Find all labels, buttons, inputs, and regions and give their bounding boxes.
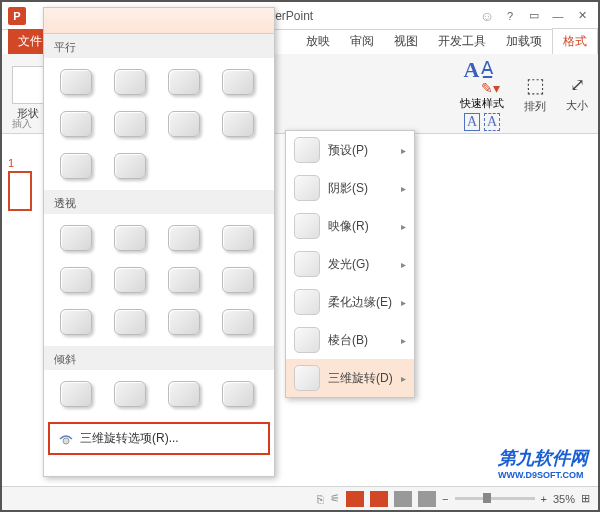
rotation-preset[interactable] <box>162 376 206 412</box>
reflection-icon <box>294 213 320 239</box>
comments-icon[interactable]: ⚟ <box>330 492 340 505</box>
arrange-group[interactable]: ⬚ 排列 <box>524 73 546 114</box>
rotation-preset[interactable] <box>54 262 98 298</box>
sorter-view-button[interactable] <box>370 491 388 507</box>
submenu-label: 阴影(S) <box>328 180 368 197</box>
svg-point-0 <box>63 438 69 444</box>
chevron-right-icon: ▸ <box>401 145 406 156</box>
chevron-right-icon: ▸ <box>401 373 406 384</box>
rotation-options-label: 三维旋转选项(R)... <box>80 430 179 447</box>
slide-panel: 1 <box>8 157 38 211</box>
text-outline-icon[interactable]: ✎▾ <box>481 80 500 96</box>
rotation-preset[interactable] <box>108 376 152 412</box>
smiley-icon[interactable]: ☺ <box>480 8 494 24</box>
soft-edges-icon <box>294 289 320 315</box>
zoom-in-button[interactable]: + <box>541 493 547 505</box>
submenu-label: 预设(P) <box>328 142 368 159</box>
slide-thumbnail[interactable] <box>8 171 32 211</box>
submenu-soft-edges[interactable]: 柔化边缘(E) ▸ <box>286 283 414 321</box>
slideshow-view-button[interactable] <box>418 491 436 507</box>
chevron-right-icon: ▸ <box>401 183 406 194</box>
rotation-preset[interactable] <box>162 64 206 100</box>
quick-styles-label: 快速样式 <box>460 96 504 111</box>
text-effects-more-icon[interactable]: A <box>484 113 500 131</box>
reading-view-button[interactable] <box>394 491 412 507</box>
tab-slideshow[interactable]: 放映 <box>296 29 340 54</box>
normal-view-button[interactable] <box>346 491 364 507</box>
rotation-preset[interactable] <box>216 262 260 298</box>
zoom-slider[interactable] <box>455 497 535 500</box>
bevel-icon <box>294 327 320 353</box>
size-icon: ⤢ <box>570 74 585 96</box>
rotation-preset[interactable] <box>54 148 98 184</box>
submenu-shadow[interactable]: 阴影(S) ▸ <box>286 169 414 207</box>
rotation-preset[interactable] <box>54 304 98 340</box>
chevron-right-icon: ▸ <box>401 297 406 308</box>
rotation-preset[interactable] <box>108 304 152 340</box>
rotation-preset[interactable] <box>108 64 152 100</box>
gallery-section-perspective: 透视 <box>44 190 274 214</box>
slide-number: 1 <box>8 157 38 169</box>
rotation-preset[interactable] <box>54 376 98 412</box>
rotation-preset[interactable] <box>108 220 152 256</box>
rotation-preset[interactable] <box>216 220 260 256</box>
submenu-label: 棱台(B) <box>328 332 368 349</box>
rotation-preset[interactable] <box>108 262 152 298</box>
rotation-preset[interactable] <box>108 148 152 184</box>
rotation-preset[interactable] <box>54 64 98 100</box>
rotation-preset[interactable] <box>54 220 98 256</box>
tab-review[interactable]: 审阅 <box>340 29 384 54</box>
gallery-top-highlight <box>44 8 274 34</box>
rotation-preset[interactable] <box>54 106 98 142</box>
glow-icon <box>294 251 320 277</box>
gallery-section-parallel: 平行 <box>44 34 274 58</box>
rotation-gallery: 平行 透视 倾斜 三维旋转选项(R)... <box>43 7 275 477</box>
help-icon[interactable]: ? <box>500 7 520 25</box>
zoom-out-button[interactable]: − <box>442 493 448 505</box>
submenu-bevel[interactable]: 棱台(B) ▸ <box>286 321 414 359</box>
quick-styles-group[interactable]: A A̲ ✎▾ 快速样式 A A <box>460 57 504 131</box>
shape-group[interactable]: 形状 <box>12 66 44 121</box>
submenu-3d-rotation[interactable]: 三维旋转(D) ▸ <box>286 359 414 397</box>
submenu-label: 发光(G) <box>328 256 369 273</box>
ribbon-collapse-icon[interactable]: ▭ <box>524 7 544 25</box>
rotation-options-button[interactable]: 三维旋转选项(R)... <box>48 422 270 455</box>
insert-label: 插入 <box>12 117 32 131</box>
text-fill-icon[interactable]: A̲ <box>481 57 500 79</box>
rotation-preset[interactable] <box>216 304 260 340</box>
rotation-preset[interactable] <box>162 304 206 340</box>
submenu-label: 三维旋转(D) <box>328 370 393 387</box>
rotation-preset[interactable] <box>216 64 260 100</box>
rotation-preset[interactable] <box>108 106 152 142</box>
watermark-sub: WWW.D9SOFT.COM <box>498 470 588 480</box>
submenu-preset[interactable]: 预设(P) ▸ <box>286 131 414 169</box>
tab-format[interactable]: 格式 <box>552 28 598 54</box>
notes-icon[interactable]: ⎘ <box>317 493 324 505</box>
zoom-level[interactable]: 35% <box>553 493 575 505</box>
minimize-button[interactable]: — <box>548 7 568 25</box>
chevron-right-icon: ▸ <box>401 259 406 270</box>
rotation-preset[interactable] <box>162 220 206 256</box>
tab-addins[interactable]: 加载项 <box>496 29 552 54</box>
wordart-a-icon[interactable]: A <box>464 57 480 96</box>
rotation-preset[interactable] <box>216 106 260 142</box>
submenu-glow[interactable]: 发光(G) ▸ <box>286 245 414 283</box>
statusbar: ⎘ ⚟ − + 35% ⊞ <box>2 486 598 510</box>
chevron-right-icon: ▸ <box>401 335 406 346</box>
rotation-options-icon <box>58 431 74 447</box>
fit-to-window-button[interactable]: ⊞ <box>581 492 590 505</box>
rotation-preset[interactable] <box>162 106 206 142</box>
submenu-label: 映像(R) <box>328 218 369 235</box>
watermark-main: 第九软件网 <box>498 448 588 468</box>
tab-view[interactable]: 视图 <box>384 29 428 54</box>
text-effects-icon[interactable]: A <box>464 113 480 131</box>
close-button[interactable]: ✕ <box>572 7 592 25</box>
preset-icon <box>294 137 320 163</box>
submenu-label: 柔化边缘(E) <box>328 294 392 311</box>
submenu-reflection[interactable]: 映像(R) ▸ <box>286 207 414 245</box>
rotation-preset[interactable] <box>216 376 260 412</box>
rotation-preset[interactable] <box>162 262 206 298</box>
size-group[interactable]: ⤢ 大小 <box>566 74 588 113</box>
arrange-icon: ⬚ <box>526 73 545 97</box>
tab-developer[interactable]: 开发工具 <box>428 29 496 54</box>
